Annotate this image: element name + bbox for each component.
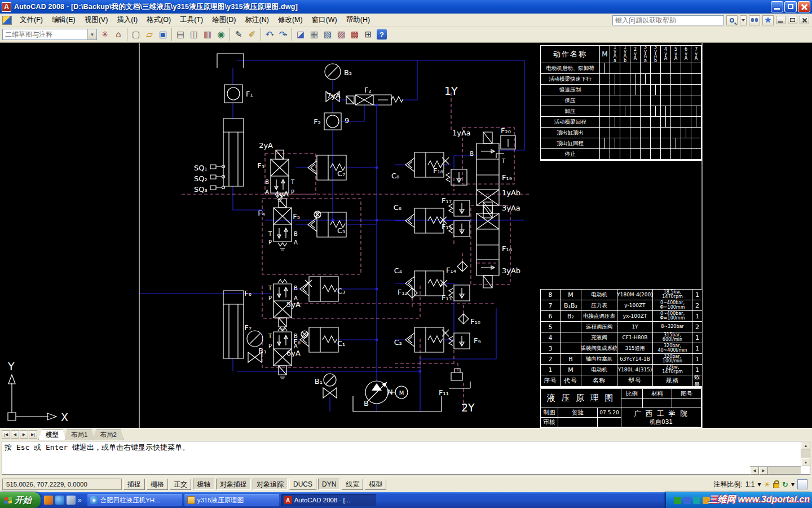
status-toggle[interactable]: DUCS bbox=[289, 479, 316, 490]
status-bar: 515.0026, 707.2229, 0.0000 捕捉栅格正交极轴对象捕捉对… bbox=[0, 476, 812, 492]
taskbar-task[interactable]: y315液压原理图 bbox=[184, 494, 279, 506]
search-icon[interactable] bbox=[726, 15, 738, 25]
publish-icon[interactable]: ▥ bbox=[201, 28, 214, 41]
qnew-icon[interactable]: ▢ bbox=[129, 28, 143, 41]
my-workspace-icon[interactable]: ⌂ bbox=[112, 28, 125, 41]
start-button[interactable]: 开始 bbox=[0, 492, 41, 508]
clean-screen-button[interactable] bbox=[797, 479, 807, 489]
status-toggle[interactable]: 模型 bbox=[365, 479, 386, 490]
plot-preview-icon[interactable]: ◫ bbox=[187, 28, 201, 41]
restore-button[interactable] bbox=[784, 1, 797, 12]
workspace-settings-icon[interactable]: ✳ bbox=[98, 28, 112, 41]
sketch-pen-icon[interactable]: ✐ bbox=[245, 28, 259, 41]
status-toggle[interactable]: DYN bbox=[318, 479, 340, 490]
match-properties-icon[interactable]: ◪ bbox=[294, 28, 307, 41]
action-mark-cell bbox=[630, 149, 640, 159]
quicklaunch-ie-icon[interactable] bbox=[55, 496, 64, 505]
open-icon[interactable]: ▱ bbox=[143, 28, 156, 41]
save-icon[interactable]: ▣ bbox=[156, 28, 170, 41]
toolbar-lock-icon[interactable] bbox=[773, 483, 779, 488]
quicklaunch-app-icon[interactable] bbox=[67, 496, 76, 505]
status-toggle[interactable]: 栅格 bbox=[147, 479, 168, 490]
scroll-up-icon[interactable]: ▲ bbox=[801, 441, 810, 449]
tray-icon-2[interactable] bbox=[683, 497, 691, 504]
layout-tab-1[interactable]: 模型 bbox=[38, 430, 66, 440]
menu-item[interactable]: 编辑(E) bbox=[47, 14, 80, 27]
scroll-right-icon[interactable]: ▶ bbox=[759, 467, 768, 475]
command-vscrollbar[interactable]: ▲ ▼ bbox=[801, 441, 810, 466]
menu-item[interactable]: 视图(V) bbox=[80, 14, 113, 27]
action-col-header: 7 y A bbox=[691, 46, 701, 63]
menu-item[interactable]: 工具(T) bbox=[175, 14, 208, 27]
close-button[interactable] bbox=[798, 1, 810, 12]
dwf-icon[interactable]: ◉ bbox=[214, 28, 228, 41]
status-toggle[interactable]: 极轴 bbox=[193, 479, 214, 490]
tab-nav-button[interactable]: |◀ bbox=[2, 430, 10, 439]
workspace-combobox[interactable]: 二维草图与注释 ▼ bbox=[2, 29, 97, 40]
tray-icon-3[interactable] bbox=[693, 497, 700, 504]
schematic-label: F₃ bbox=[257, 161, 264, 170]
tab-nav-button[interactable]: ◀ bbox=[11, 430, 19, 439]
command-window[interactable]: 按 Esc 或 Enter 键退出，或单击右键显示快捷菜单。 ▲ ▼ ◀ ▶ bbox=[2, 441, 810, 475]
annotation-scale-value[interactable]: 1:1 bbox=[745, 480, 755, 488]
favorites-star-icon[interactable] bbox=[762, 15, 774, 25]
tab-nav-button[interactable]: ▶ bbox=[20, 430, 28, 439]
action-mark-cell bbox=[661, 128, 670, 138]
schematic-label: A bbox=[265, 189, 269, 195]
menu-item[interactable]: 窗口(W) bbox=[307, 14, 342, 27]
taskbar-task[interactable]: AAutoCAD 2008 - [... bbox=[281, 494, 376, 506]
calculator-icon[interactable]: ⊞ bbox=[361, 28, 375, 41]
pen-icon[interactable]: ✎ bbox=[232, 28, 245, 41]
status-toggle[interactable]: 线宽 bbox=[342, 479, 363, 490]
command-hscrollbar[interactable]: ◀ ▶ bbox=[750, 466, 801, 474]
status-toggle[interactable]: 对象捕捉 bbox=[216, 479, 251, 490]
layout-tab-2[interactable]: 布局1 bbox=[64, 430, 95, 440]
redo-icon[interactable]: ↷▾ bbox=[276, 28, 290, 41]
taskbar-task[interactable]: e合肥四柱液压机YH... bbox=[87, 494, 182, 506]
annotation-visibility-icon[interactable]: ☀ bbox=[764, 481, 770, 488]
drawing-canvas[interactable]: 1Y2YYXB₂F₁F₂7yAF₂92yAF₃SQ₁SQ₂SQ₃C₇C₈F₁₈F… bbox=[0, 43, 812, 428]
menu-item[interactable]: 修改(M) bbox=[273, 14, 307, 27]
doc-restore-button[interactable] bbox=[788, 16, 797, 24]
scroll-left-icon[interactable]: ◀ bbox=[750, 467, 759, 475]
sheet-set-icon[interactable]: ▧ bbox=[321, 28, 334, 41]
doc-minimize-button[interactable] bbox=[776, 16, 785, 24]
layout-tab-3[interactable]: 布局2 bbox=[92, 430, 123, 440]
tray-icon-1[interactable] bbox=[674, 497, 681, 504]
menu-item[interactable]: 格式(O) bbox=[142, 14, 175, 27]
plot-icon[interactable]: ▤ bbox=[174, 28, 187, 41]
status-toggle[interactable]: 正交 bbox=[170, 479, 191, 490]
cursor-coordinates[interactable]: 515.0026, 707.2229, 0.0000 bbox=[2, 479, 122, 490]
quicklaunch-mail-icon[interactable] bbox=[44, 496, 53, 505]
tab-nav-button[interactable]: ▶| bbox=[29, 430, 37, 439]
markup-icon[interactable]: ▨ bbox=[334, 28, 348, 41]
workspace-value: 二维草图与注释 bbox=[3, 30, 87, 40]
doc-close-button[interactable] bbox=[800, 16, 809, 24]
status-toggle[interactable]: 捕捉 bbox=[123, 479, 145, 490]
undo-icon[interactable]: ↶▾ bbox=[263, 28, 276, 41]
minimize-button[interactable] bbox=[771, 1, 783, 12]
parts-cell-spec: 320bar, 100l/min bbox=[653, 354, 692, 364]
scroll-down-icon[interactable]: ▼ bbox=[801, 458, 810, 466]
comm-center-icon[interactable] bbox=[749, 15, 760, 25]
annotation-refresh-icon[interactable]: ↻ bbox=[782, 481, 788, 488]
quicklaunch-overflow-icon[interactable]: » bbox=[78, 496, 82, 504]
chevron-down-icon[interactable]: ▼ bbox=[87, 29, 96, 40]
block-editor-icon[interactable]: ▩ bbox=[348, 28, 361, 41]
action-mark-cell bbox=[661, 63, 670, 73]
parts-cell-model: Y180L-4(315) bbox=[617, 365, 652, 375]
action-mark-cell bbox=[651, 117, 660, 127]
menu-item[interactable]: 文件(F) bbox=[15, 14, 47, 27]
menu-item[interactable]: 标注(N) bbox=[241, 14, 273, 27]
help-icon[interactable]: ? bbox=[375, 28, 389, 41]
annotation-scale-dropdown-icon[interactable]: ▾ bbox=[757, 480, 761, 488]
search-dropdown-icon[interactable] bbox=[740, 15, 747, 25]
menu-item[interactable]: 绘图(D) bbox=[208, 14, 240, 27]
status-toggle[interactable]: 对象追踪 bbox=[253, 479, 288, 490]
help-search-input[interactable] bbox=[612, 15, 724, 25]
parts-cell-qty: 1 bbox=[692, 332, 702, 343]
menu-item[interactable]: 帮助(H) bbox=[342, 14, 374, 27]
menu-item[interactable]: 插入(I) bbox=[112, 14, 142, 27]
table-icon[interactable]: ▦ bbox=[307, 28, 321, 41]
status-menu-dropdown-icon[interactable]: ▾ bbox=[791, 480, 795, 488]
